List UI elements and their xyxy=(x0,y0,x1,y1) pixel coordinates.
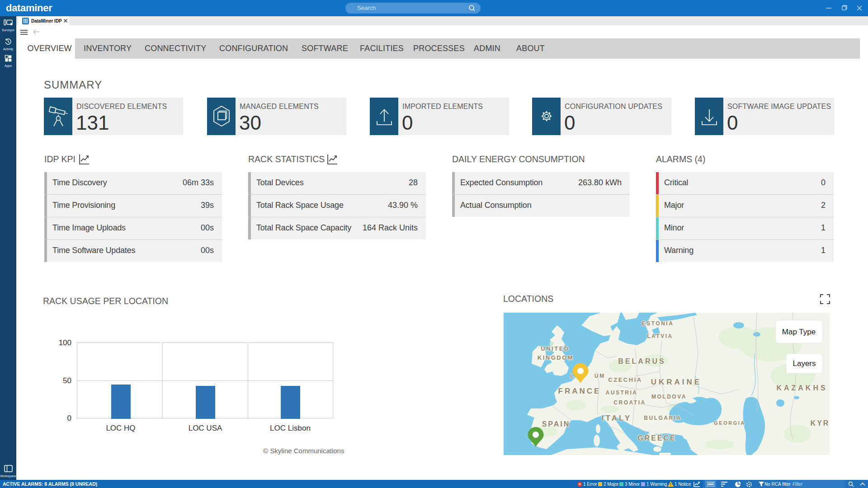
svg-text:KAZAKHS: KAZAKHS xyxy=(776,384,827,392)
svg-text:SPAIN: SPAIN xyxy=(542,420,571,428)
svg-text:UM: UM xyxy=(594,373,605,379)
svg-text:BELARUS: BELARUS xyxy=(618,357,665,365)
svg-text:ITALY: ITALY xyxy=(602,414,632,422)
svg-text:GEORGIA: GEORGIA xyxy=(714,420,745,426)
svg-text:FRANCE: FRANCE xyxy=(558,387,601,395)
svg-text:UNITED: UNITED xyxy=(541,345,569,352)
svg-text:UKRAINE: UKRAINE xyxy=(651,378,702,386)
svg-text:MOLDOVA: MOLDOVA xyxy=(651,394,687,400)
svg-text:KYR: KYR xyxy=(811,419,830,427)
svg-text:Map Type: Map Type xyxy=(782,328,816,336)
svg-text:BULGARIA: BULGARIA xyxy=(644,415,681,421)
svg-text:CROATIA: CROATIA xyxy=(613,399,646,406)
svg-text:AUSTRIA: AUSTRIA xyxy=(606,389,638,396)
svg-text:LATVIA: LATVIA xyxy=(647,333,673,339)
svg-text:ESTONIA: ESTONIA xyxy=(642,320,674,327)
svg-text:GREECE: GREECE xyxy=(637,434,676,442)
svg-text:KINGDOM: KINGDOM xyxy=(538,354,574,361)
svg-text:Layers: Layers xyxy=(793,359,816,368)
svg-text:CZECHIA: CZECHIA xyxy=(608,376,642,383)
